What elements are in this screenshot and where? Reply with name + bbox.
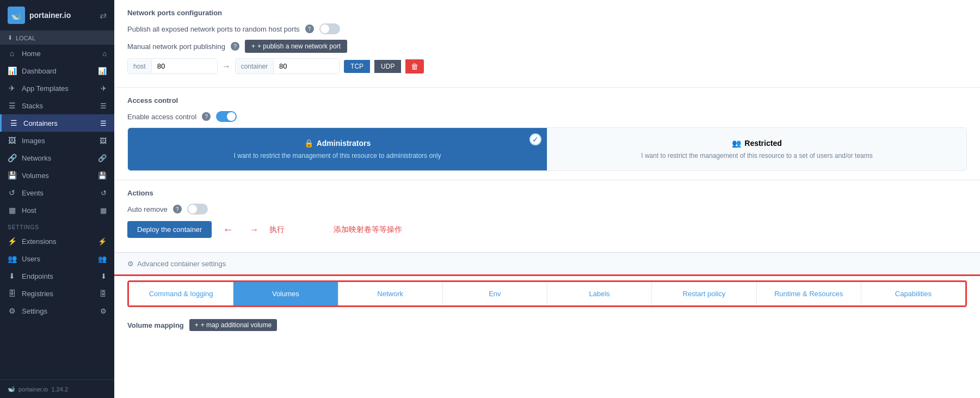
sidebar-item-users[interactable]: 👥 Users 👥 [0, 250, 114, 267]
sidebar-item-host[interactable]: ▦ Host ▦ [0, 201, 114, 219]
sidebar-item-app-templates[interactable]: ✈ App Templates ✈ [0, 79, 114, 97]
extensions-icon: ⚡ [8, 237, 16, 246]
port-mapping-row: host → container TCP UDP 🗑 [127, 58, 967, 74]
host-port-group: host [127, 58, 218, 74]
enable-access-label: Enable access control [127, 113, 196, 121]
images-icon-right: 🖼 [100, 137, 107, 145]
sidebar-label-users: Users [22, 255, 40, 263]
sidebar: 🐋 portainer.io ⇄ ⬇ LOCAL ⌂ Home ⌂ 📊 Dash… [0, 0, 114, 398]
sidebar-item-registries[interactable]: 🗄 Registries 🗄 [0, 285, 114, 302]
auto-remove-help-icon[interactable]: ? [173, 205, 182, 213]
restricted-card[interactable]: 👥 Restricted I want to restrict the mana… [547, 128, 966, 170]
actions-section: Actions Auto remove ? Deploy the contain… [114, 180, 980, 253]
tab-volumes[interactable]: Volumes [233, 282, 338, 305]
sidebar-item-containers[interactable]: ☰ Containers ☰ [0, 114, 114, 132]
check-icon: ✓ [529, 133, 541, 145]
sidebar-item-dashboard[interactable]: 📊 Dashboard 📊 [0, 62, 114, 79]
host-icon: ▦ [8, 206, 16, 215]
sidebar-item-networks[interactable]: 🔗 Networks 🔗 [0, 149, 114, 167]
host-icon-right: ▦ [100, 206, 107, 215]
publish-all-row: Publish all exposed network ports to ran… [127, 23, 967, 34]
tabs-wrapper: Command & logging Volumes Network Env La… [114, 276, 980, 311]
auto-remove-row: Auto remove ? [127, 204, 967, 215]
tab-runtime-resources[interactable]: Runtime & Resources [757, 282, 861, 305]
tab-restart-policy[interactable]: Restart policy [652, 282, 756, 305]
publish-all-help-icon[interactable]: ? [305, 25, 314, 33]
tab-capabilities[interactable]: Capabilities [861, 282, 965, 305]
port-arrow-icon: → [222, 62, 231, 71]
restricted-desc: I want to restrict the management of thi… [641, 152, 873, 160]
delete-port-button[interactable]: 🗑 [405, 59, 424, 74]
auto-remove-toggle[interactable] [187, 204, 208, 215]
sidebar-label-app-templates: App Templates [22, 84, 69, 93]
events-icon: ↺ [8, 188, 16, 197]
host-label: host [128, 59, 152, 74]
sidebar-item-events[interactable]: ↺ Events ↺ [0, 184, 114, 201]
sidebar-label-volumes: Volumes [22, 172, 49, 180]
advanced-settings-section: ⚙ Advanced container settings [114, 253, 980, 276]
volume-mapping-row: Volume mapping + + map additional volume [127, 319, 967, 331]
users-icon-right: 👥 [98, 255, 107, 263]
home-icon-right: ⌂ [102, 50, 107, 58]
host-port-input[interactable] [152, 59, 217, 74]
sidebar-item-home[interactable]: ⌂ Home ⌂ [0, 45, 114, 62]
tab-network[interactable]: Network [338, 282, 443, 305]
endpoints-icon-right: ⬇ [101, 272, 107, 280]
sidebar-label-stacks: Stacks [22, 102, 43, 110]
volume-mapping-section: Volume mapping + + map additional volume [114, 311, 980, 344]
arrow-forward-icon: → [250, 225, 258, 235]
users-icon: 👥 [8, 254, 16, 263]
enable-access-help-icon[interactable]: ? [202, 112, 211, 121]
sidebar-label-containers: Containers [23, 119, 58, 127]
access-cards-container: ✓ 🔒 Administrators I want to restrict th… [127, 127, 967, 171]
stacks-icon-right: ☰ [100, 102, 107, 110]
container-port-input[interactable] [274, 59, 339, 74]
sidebar-item-images[interactable]: 🖼 Images 🖼 [0, 132, 114, 149]
main-content: Network ports configuration Publish all … [114, 0, 980, 398]
sidebar-item-settings[interactable]: ⚙ Settings ⚙ [0, 302, 114, 320]
tabs-container: Command & logging Volumes Network Env La… [127, 280, 967, 307]
tab-command-logging[interactable]: Command & logging [129, 282, 233, 305]
tab-env[interactable]: Env [443, 282, 547, 305]
images-icon: 🖼 [8, 136, 16, 145]
sidebar-label-home: Home [22, 50, 41, 58]
app-templates-icon: ✈ [8, 84, 16, 93]
network-ports-section: Network ports configuration Publish all … [114, 0, 980, 88]
network-ports-config-title: Network ports configuration [127, 9, 967, 17]
sidebar-item-stacks[interactable]: ☰ Stacks ☰ [0, 97, 114, 114]
sidebar-item-volumes[interactable]: 💾 Volumes 💾 [0, 167, 114, 184]
registries-icon: 🗄 [8, 289, 16, 298]
plus-icon: + [251, 42, 255, 50]
volumes-icon: 💾 [8, 171, 16, 180]
footer-logo-icon: 🐋 [8, 385, 15, 393]
sidebar-label-networks: Networks [22, 154, 51, 162]
container-label: container [236, 59, 274, 74]
restricted-icon: 👥 [732, 139, 741, 148]
sidebar-label-settings: Settings [22, 307, 47, 315]
map-volume-button[interactable]: + + map additional volume [189, 319, 277, 331]
sidebar-arrows-icon[interactable]: ⇄ [100, 10, 107, 21]
udp-button[interactable]: UDP [374, 60, 401, 73]
events-icon-right: ↺ [101, 189, 107, 197]
tcp-button[interactable]: TCP [344, 60, 370, 73]
auto-remove-label: Auto remove [127, 205, 168, 213]
administrators-card[interactable]: ✓ 🔒 Administrators I want to restrict th… [128, 128, 547, 170]
sidebar-item-endpoints[interactable]: ⬇ Endpoints ⬇ [0, 267, 114, 285]
sidebar-footer: 🐋 portainer.io 1.24.2 [0, 379, 114, 398]
settings-section-label: SETTINGS [0, 219, 114, 232]
publish-all-toggle[interactable] [319, 23, 340, 34]
sidebar-label-images: Images [22, 137, 45, 145]
publish-new-port-button[interactable]: + + publish a new network port [245, 40, 347, 53]
sidebar-label-dashboard: Dashboard [22, 67, 57, 75]
deploy-button[interactable]: Deploy the container [127, 221, 212, 238]
enable-access-row: Enable access control ? [127, 111, 967, 122]
app-templates-icon-right: ✈ [101, 84, 107, 93]
access-control-section: Access control Enable access control ? ✓… [114, 88, 980, 180]
sidebar-item-extensions[interactable]: ⚡ Extensions ⚡ [0, 232, 114, 250]
manual-publish-help-icon[interactable]: ? [231, 42, 239, 51]
volumes-icon-right: 💾 [98, 172, 107, 180]
endpoint-lightning-icon: ⬇ [8, 34, 13, 41]
enable-access-toggle[interactable] [216, 111, 237, 122]
access-control-title: Access control [127, 96, 967, 105]
tab-labels[interactable]: Labels [547, 282, 652, 305]
